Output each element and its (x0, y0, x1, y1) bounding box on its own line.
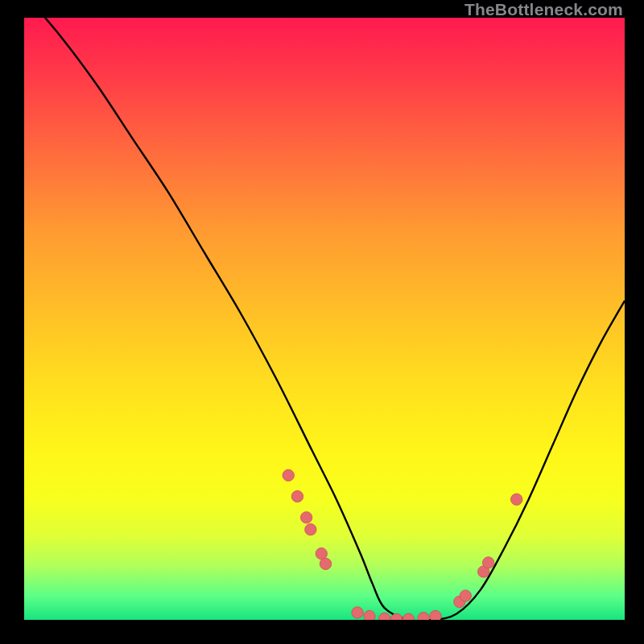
data-point-marker (291, 490, 303, 502)
data-point-marker (482, 557, 493, 568)
data-point-marker (320, 558, 331, 569)
data-point-marker (300, 512, 312, 523)
data-point-marker (402, 613, 414, 620)
chart-plot-area (24, 18, 625, 620)
bottleneck-chart (24, 18, 625, 620)
data-point-marker (511, 493, 522, 505)
data-point-marker (283, 469, 294, 481)
data-point-marker (316, 548, 327, 559)
data-point-marker (352, 607, 363, 618)
data-point-marker (364, 610, 375, 620)
data-point-marker (418, 613, 429, 620)
data-point-marker (305, 524, 316, 535)
data-point-marker (430, 610, 441, 620)
data-point-marker (378, 613, 390, 620)
data-point-marker (460, 590, 471, 601)
attribution-watermark: TheBottleneck.com (464, 0, 623, 19)
bottleneck-curve-line (24, 18, 625, 620)
